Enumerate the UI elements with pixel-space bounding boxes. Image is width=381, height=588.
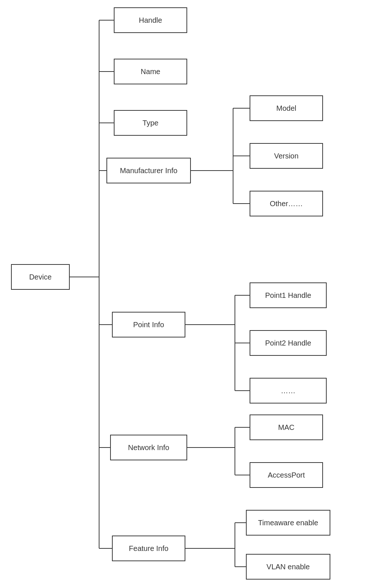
- feature-info-label: Feature Info: [129, 544, 168, 553]
- model-label: Model: [276, 104, 296, 113]
- diagram-container: Device Handle Name Type Manufacturer Inf…: [0, 0, 381, 588]
- name-label: Name: [141, 67, 160, 76]
- handle-label: Handle: [139, 16, 162, 25]
- feature-info-node: Feature Info: [112, 536, 185, 561]
- type-node: Type: [114, 110, 187, 136]
- other-node: Other……: [250, 191, 323, 216]
- version-node: Version: [250, 143, 323, 169]
- version-label: Version: [274, 152, 299, 160]
- point1-label: Point1 Handle: [265, 291, 311, 300]
- point2-node: Point2 Handle: [250, 330, 327, 356]
- manufacturer-label: Manufacturer Info: [120, 167, 178, 175]
- manufacturer-node: Manufacturer Info: [106, 158, 191, 183]
- other-label: Other……: [270, 200, 303, 208]
- model-node: Model: [250, 95, 323, 121]
- point1-node: Point1 Handle: [250, 282, 327, 308]
- point-etc-label: ……: [281, 387, 295, 395]
- vlan-node: VLAN enable: [246, 554, 330, 580]
- network-info-label: Network Info: [128, 443, 169, 452]
- device-node: Device: [11, 264, 70, 290]
- point-info-label: Point Info: [133, 321, 164, 329]
- type-label: Type: [142, 119, 158, 127]
- mac-label: MAC: [278, 423, 294, 432]
- timeaware-node: Timeaware enable: [246, 510, 330, 536]
- vlan-label: VLAN enable: [266, 563, 310, 571]
- network-info-node: Network Info: [110, 435, 187, 460]
- point-info-node: Point Info: [112, 312, 185, 337]
- accessport-node: AccessPort: [250, 462, 323, 488]
- device-label: Device: [29, 273, 51, 281]
- timeaware-label: Timeaware enable: [258, 519, 318, 527]
- accessport-label: AccessPort: [268, 471, 305, 479]
- point-etc-node: ……: [250, 378, 327, 403]
- handle-node: Handle: [114, 7, 187, 33]
- mac-node: MAC: [250, 414, 323, 440]
- name-node: Name: [114, 59, 187, 84]
- point2-label: Point2 Handle: [265, 339, 311, 347]
